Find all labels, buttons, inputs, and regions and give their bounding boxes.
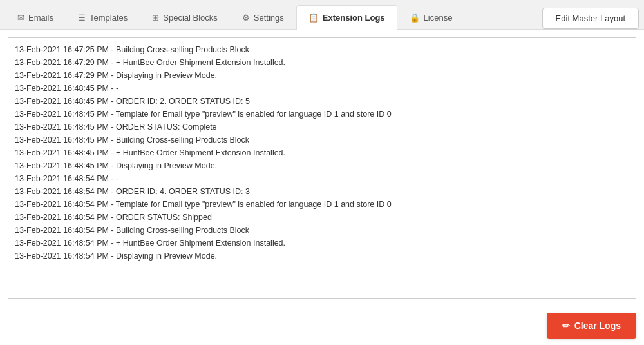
log-line: 13-Feb-2021 16:48:45 PM - Template for E…: [15, 108, 629, 121]
clear-logs-button[interactable]: ✏ Clear Logs: [547, 313, 636, 339]
log-line: 13-Feb-2021 16:48:54 PM - ORDER ID: 4. O…: [15, 185, 629, 198]
bottom-bar: ✏ Clear Logs: [0, 306, 644, 345]
log-line: 13-Feb-2021 16:47:29 PM - Displaying in …: [15, 69, 629, 82]
log-line: 13-Feb-2021 16:48:54 PM - -: [15, 172, 629, 185]
tab-templates[interactable]: ☰Templates: [66, 5, 140, 29]
emails-icon: ✉: [17, 13, 24, 23]
eraser-icon: ✏: [562, 320, 570, 331]
log-line: 13-Feb-2021 16:48:54 PM - + HuntBee Orde…: [15, 237, 629, 250]
log-line: 13-Feb-2021 16:48:54 PM - ORDER STATUS: …: [15, 211, 629, 224]
special-blocks-icon: ⊞: [152, 13, 159, 23]
tab-license[interactable]: 🔒License: [397, 5, 465, 29]
tab-label-emails: Emails: [28, 13, 53, 23]
tab-bar: ✉Emails☰Templates⊞Special Blocks⚙Setting…: [0, 0, 644, 30]
page-wrapper: ✉Emails☰Templates⊞Special Blocks⚙Setting…: [0, 0, 644, 345]
edit-master-layout-button[interactable]: Edit Master Layout: [542, 8, 639, 29]
clear-logs-label: Clear Logs: [574, 320, 621, 331]
license-icon: 🔒: [410, 13, 420, 23]
log-line: 13-Feb-2021 16:47:29 PM - + HuntBee Orde…: [15, 56, 629, 69]
tab-label-license: License: [424, 13, 453, 23]
settings-icon: ⚙: [242, 13, 250, 23]
templates-icon: ☰: [78, 13, 86, 23]
log-line: 13-Feb-2021 16:48:45 PM - + HuntBee Orde…: [15, 146, 629, 159]
log-output: 13-Feb-2021 16:47:25 PM - Building Cross…: [8, 37, 636, 299]
tab-extension-logs[interactable]: 📋Extension Logs: [296, 5, 397, 30]
log-line: 13-Feb-2021 16:48:54 PM - Template for E…: [15, 198, 629, 211]
log-line: 13-Feb-2021 16:48:45 PM - Building Cross…: [15, 133, 629, 146]
extension-logs-icon: 📋: [308, 13, 319, 23]
log-line: 13-Feb-2021 16:47:25 PM - Building Cross…: [15, 43, 629, 56]
log-line: 13-Feb-2021 16:48:54 PM - Displaying in …: [15, 250, 629, 262]
log-line: 13-Feb-2021 16:48:45 PM - Displaying in …: [15, 159, 629, 172]
log-line: 13-Feb-2021 16:48:45 PM - -: [15, 82, 629, 95]
tab-emails[interactable]: ✉Emails: [5, 5, 66, 29]
log-line: 13-Feb-2021 16:48:54 PM - Building Cross…: [15, 224, 629, 237]
log-line: 13-Feb-2021 16:48:45 PM - ORDER STATUS: …: [15, 121, 629, 133]
content-area: 13-Feb-2021 16:47:25 PM - Building Cross…: [0, 30, 644, 306]
tab-settings[interactable]: ⚙Settings: [230, 5, 296, 29]
tabs-container: ✉Emails☰Templates⊞Special Blocks⚙Setting…: [5, 5, 464, 29]
tab-label-extension-logs: Extension Logs: [323, 13, 385, 23]
tab-spacer: [464, 5, 542, 29]
tab-label-special-blocks: Special Blocks: [163, 13, 218, 23]
tab-label-templates: Templates: [90, 13, 128, 23]
tab-label-settings: Settings: [254, 13, 284, 23]
tab-special-blocks[interactable]: ⊞Special Blocks: [140, 5, 230, 29]
log-line: 13-Feb-2021 16:48:45 PM - ORDER ID: 2. O…: [15, 95, 629, 108]
